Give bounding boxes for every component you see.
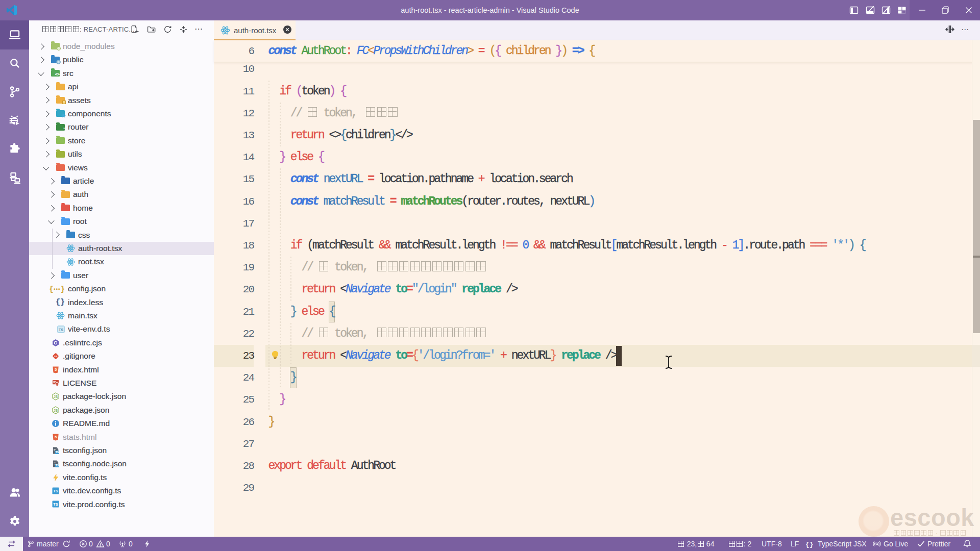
svg-text:JS: JS: [54, 395, 58, 398]
svg-text:5: 5: [55, 367, 57, 372]
svg-text:TS: TS: [53, 489, 58, 493]
svg-text:TS: TS: [53, 502, 58, 507]
svg-text:5: 5: [55, 435, 57, 439]
svg-text:TS: TS: [59, 328, 63, 332]
svg-text:TS: TS: [55, 464, 59, 467]
svg-text:TS: TS: [55, 450, 59, 454]
svg-text:JS: JS: [54, 409, 58, 412]
